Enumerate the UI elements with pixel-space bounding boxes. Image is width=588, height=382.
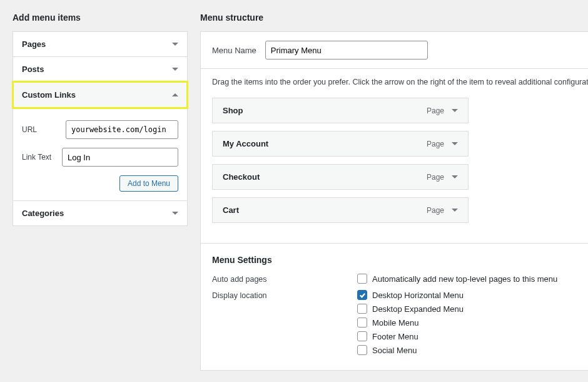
menu-item-type: Page xyxy=(427,173,444,182)
drag-instructions: Drag the items into the order you prefer… xyxy=(212,78,588,86)
display-option-label: Desktop Horizontal Menu xyxy=(372,291,464,300)
chevron-down-icon xyxy=(172,68,178,71)
url-label: URL xyxy=(22,125,66,134)
accordion-categories[interactable]: Categories xyxy=(13,201,187,225)
checkbox-icon xyxy=(357,331,367,341)
chevron-down-icon xyxy=(452,142,458,145)
menu-item[interactable]: CheckoutPage xyxy=(212,164,469,190)
display-option[interactable]: Desktop Expanded Menu xyxy=(357,304,464,314)
auto-add-text: Automatically add new top-level pages to… xyxy=(372,274,557,284)
add-items-accordion: Pages Posts Custom Links URL xyxy=(13,31,188,226)
add-to-menu-button[interactable]: Add to Menu xyxy=(119,175,178,192)
display-option-label: Footer Menu xyxy=(372,332,418,341)
menu-item[interactable]: ShopPage xyxy=(212,98,469,123)
menu-item-name: My Account xyxy=(223,139,268,148)
chevron-down-icon xyxy=(452,175,458,178)
display-option-label: Social Menu xyxy=(372,346,417,355)
menu-structure-heading: Menu structure xyxy=(200,13,588,23)
link-text-input[interactable] xyxy=(62,148,178,167)
menu-item[interactable]: My AccountPage xyxy=(212,131,469,157)
add-menu-items-heading: Add menu items xyxy=(13,13,188,23)
chevron-up-icon xyxy=(172,93,178,96)
menu-structure-panel: Menu Name Drag the items into the order … xyxy=(200,31,588,371)
menu-name-input[interactable] xyxy=(265,41,428,59)
checkbox-icon xyxy=(357,290,367,300)
chevron-down-icon xyxy=(452,109,458,112)
menu-settings-heading: Menu Settings xyxy=(212,255,588,265)
display-options: Desktop Horizontal MenuDesktop Expanded … xyxy=(357,290,464,355)
menu-item-name: Shop xyxy=(223,106,243,115)
chevron-down-icon xyxy=(172,43,178,46)
menu-item-name: Checkout xyxy=(223,172,260,182)
url-input[interactable] xyxy=(66,120,178,139)
menu-name-label: Menu Name xyxy=(212,46,256,55)
display-option[interactable]: Social Menu xyxy=(357,345,464,355)
menu-items-list: ShopPageMy AccountPageCheckoutPageCartPa… xyxy=(212,98,588,223)
menu-item[interactable]: CartPage xyxy=(212,197,469,223)
auto-add-label: Auto add pages xyxy=(212,274,357,284)
display-option-label: Mobile Menu xyxy=(372,318,418,328)
display-option-label: Desktop Expanded Menu xyxy=(372,304,464,314)
display-option[interactable]: Mobile Menu xyxy=(357,317,464,328)
accordion-posts[interactable]: Posts xyxy=(13,57,187,81)
accordion-custom-links[interactable]: Custom Links xyxy=(13,82,187,108)
accordion-label: Pages xyxy=(22,39,46,49)
chevron-down-icon xyxy=(452,209,458,212)
display-option[interactable]: Footer Menu xyxy=(357,331,464,341)
auto-add-option[interactable]: Automatically add new top-level pages to… xyxy=(357,274,557,284)
accordion-label: Posts xyxy=(22,65,44,74)
checkbox-icon xyxy=(357,317,367,328)
display-option[interactable]: Desktop Horizontal Menu xyxy=(357,290,464,300)
menu-item-name: Cart xyxy=(223,205,239,215)
custom-links-body: URL Link Text Add to Menu xyxy=(13,108,187,200)
chevron-down-icon xyxy=(172,212,178,215)
display-location-label: Display location xyxy=(212,290,357,355)
link-text-label: Link Text xyxy=(22,153,62,162)
accordion-label: Custom Links xyxy=(22,90,76,100)
accordion-label: Categories xyxy=(22,209,64,218)
menu-item-type: Page xyxy=(427,206,444,215)
checkbox-icon xyxy=(357,274,367,284)
accordion-pages[interactable]: Pages xyxy=(13,32,187,56)
menu-item-type: Page xyxy=(427,140,444,148)
checkbox-icon xyxy=(357,304,367,314)
menu-item-type: Page xyxy=(427,106,444,115)
checkbox-icon xyxy=(357,345,367,355)
